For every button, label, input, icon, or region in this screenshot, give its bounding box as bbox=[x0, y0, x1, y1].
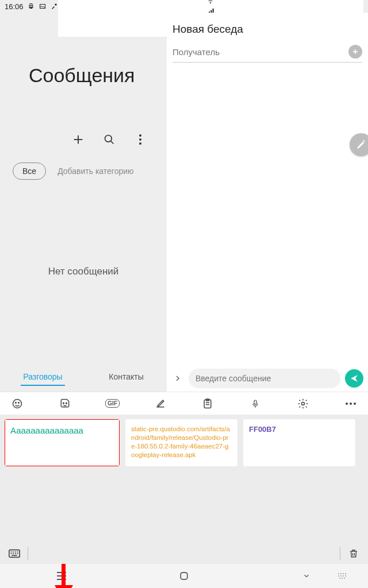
svg-point-58 bbox=[343, 575, 344, 577]
svg-point-53 bbox=[340, 573, 342, 574]
category-all-chip[interactable]: Все bbox=[13, 163, 46, 180]
conversations-pane: Сообщения Все Добавить категорию Нет соо… bbox=[0, 13, 167, 392]
clipboard-item[interactable]: static-pre.qustodio.com/artifacts/androi… bbox=[125, 419, 237, 466]
svg-rect-1 bbox=[30, 4, 32, 6]
svg-point-59 bbox=[345, 575, 346, 577]
add-recipient-button[interactable] bbox=[348, 45, 362, 59]
new-conversation-title: Новая беседа bbox=[167, 13, 368, 41]
svg-point-56 bbox=[338, 575, 339, 577]
wifi-icon bbox=[206, 0, 214, 5]
send-button[interactable] bbox=[345, 369, 363, 388]
settings-button[interactable] bbox=[290, 396, 316, 412]
clipboard-item-text: Ааааааааааааааа bbox=[10, 425, 83, 435]
clipboard-item[interactable]: FF00B7 bbox=[243, 419, 355, 466]
search-button[interactable] bbox=[102, 133, 116, 146]
picture-icon bbox=[39, 2, 47, 10]
svg-point-22 bbox=[16, 402, 17, 403]
tab-conversations[interactable]: Разговоры bbox=[21, 369, 64, 386]
svg-point-16 bbox=[139, 134, 141, 137]
svg-line-15 bbox=[111, 141, 114, 144]
svg-point-54 bbox=[343, 573, 344, 574]
empty-state-text: Нет сообщений bbox=[0, 180, 167, 277]
svg-point-14 bbox=[105, 136, 112, 142]
edit-fab[interactable] bbox=[350, 133, 368, 156]
svg-point-23 bbox=[18, 402, 20, 403]
message-input-wrap[interactable] bbox=[189, 369, 340, 388]
printer-icon bbox=[27, 2, 35, 10]
clock: 16:06 bbox=[5, 2, 24, 11]
emoji-button[interactable] bbox=[5, 396, 30, 412]
nav-recents-button[interactable] bbox=[44, 569, 79, 583]
nav-back-button[interactable] bbox=[289, 569, 324, 583]
new-conversation-pane: Новая беседа bbox=[167, 13, 368, 392]
divider bbox=[340, 547, 340, 560]
svg-point-61 bbox=[342, 578, 343, 579]
svg-point-18 bbox=[139, 142, 141, 145]
svg-point-55 bbox=[345, 573, 346, 574]
add-category-button[interactable]: Добавить категорию bbox=[57, 167, 133, 176]
system-nav-bar bbox=[0, 564, 368, 588]
svg-point-5 bbox=[210, 3, 211, 3]
svg-point-35 bbox=[354, 403, 356, 405]
more-button[interactable] bbox=[133, 133, 147, 146]
gif-button[interactable]: GIF bbox=[100, 396, 125, 412]
svg-point-62 bbox=[344, 578, 345, 579]
recipient-input[interactable] bbox=[172, 47, 348, 57]
keyboard-toggle-button[interactable] bbox=[6, 547, 23, 560]
status-bar: 16:06 100% bbox=[0, 0, 368, 13]
status-left: 16:06 bbox=[5, 2, 58, 11]
svg-rect-51 bbox=[181, 572, 187, 579]
sticker-button[interactable] bbox=[52, 396, 78, 412]
svg-point-34 bbox=[350, 403, 352, 405]
expand-compose-button[interactable] bbox=[171, 372, 184, 385]
handwriting-button[interactable] bbox=[148, 396, 173, 412]
svg-point-57 bbox=[340, 575, 342, 577]
tools-icon bbox=[50, 2, 58, 10]
divider bbox=[28, 547, 28, 560]
clipboard-button[interactable] bbox=[195, 396, 220, 412]
svg-point-33 bbox=[346, 403, 348, 405]
svg-rect-30 bbox=[254, 400, 256, 404]
svg-point-25 bbox=[66, 403, 67, 404]
svg-point-52 bbox=[338, 573, 339, 574]
tab-contacts[interactable]: Контакты bbox=[106, 369, 145, 386]
more-toolbar-button[interactable] bbox=[338, 396, 363, 412]
keyboard-toolbar: GIF bbox=[0, 392, 368, 415]
clipboard-panel: Ааааааааааааааа static-pre.qustodio.com/… bbox=[0, 415, 368, 564]
svg-point-17 bbox=[139, 138, 141, 141]
svg-point-32 bbox=[302, 402, 305, 405]
voice-button[interactable] bbox=[243, 396, 268, 412]
svg-point-21 bbox=[13, 399, 22, 408]
compose-button[interactable] bbox=[71, 133, 85, 146]
message-input[interactable] bbox=[195, 374, 334, 383]
clipboard-item-text: FF00B7 bbox=[249, 425, 276, 434]
clipboard-item-text: static-pre.qustodio.com/artifacts/androi… bbox=[131, 425, 230, 458]
nav-home-button[interactable] bbox=[167, 569, 201, 583]
nav-keyboard-button[interactable] bbox=[325, 569, 360, 583]
clipboard-item[interactable]: Ааааааааааааааа bbox=[5, 419, 120, 466]
delete-clipboard-button[interactable] bbox=[345, 547, 362, 560]
svg-point-60 bbox=[339, 578, 340, 579]
svg-point-24 bbox=[63, 403, 64, 404]
